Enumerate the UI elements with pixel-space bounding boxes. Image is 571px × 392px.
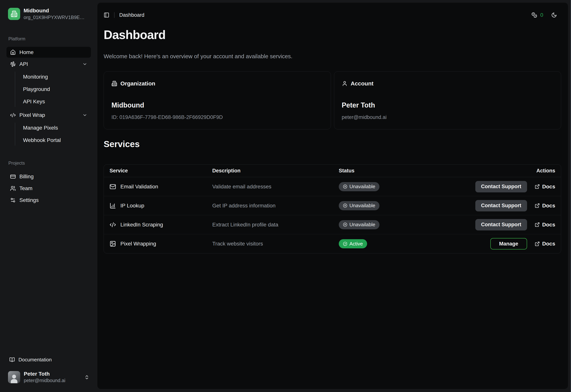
docs-link[interactable]: Docs [535,241,555,247]
chevron-down-icon [82,113,87,117]
circle-x-icon [343,184,347,189]
sidebar-item-api-keys[interactable]: API Keys [23,96,91,107]
sidebar-toggle-button[interactable] [104,12,109,18]
docs-link[interactable]: Docs [535,203,555,209]
sidebar-item-settings[interactable]: Settings [6,195,91,205]
credits-indicator[interactable]: 0 [531,12,543,18]
book-open-icon [9,357,15,363]
col-service: Service [110,168,212,174]
org-id: org_01K9HPYXWRV1B9E9… [24,15,86,20]
org-logo [8,8,20,20]
credit-card-icon [10,174,16,179]
service-name: Pixel Wrapping [120,241,156,247]
summary-cards: Organization Midbound ID: 019A636F-7798-… [104,71,561,130]
building-icon [11,11,17,17]
page-title: Dashboard [104,29,561,41]
sidebar-item-billing[interactable]: Billing [6,171,91,182]
status-badge: Unavailable [339,220,379,229]
service-name: LinkedIn Scraping [120,222,163,228]
building-icon [112,81,117,87]
sidebar-item-documentation[interactable]: Documentation [6,354,91,365]
sidebar-item-label: API [19,61,28,67]
service-description: Track website visitors [212,241,339,247]
main-panel: Dashboard 0 Dashboard Welcome back! Here… [97,3,568,389]
section-label-platform: Platform [6,36,91,42]
service-description: Extract LinkedIn profile data [212,222,339,228]
sidebar-footer: Documentation Peter Toth peter@midbound.… [6,354,91,383]
services-heading: Services [104,139,561,149]
organization-name: Midbound [112,101,323,109]
user-icon [342,81,347,87]
audio-waveform-icon [10,61,16,67]
user-menu[interactable]: Peter Toth peter@midbound.ai [6,371,91,383]
chevrons-up-down-icon [84,375,89,380]
section-label-projects: Projects [6,160,91,166]
table-row: LinkedIn Scraping Extract LinkedIn profi… [104,215,561,234]
sidebar-item-monitoring[interactable]: Monitoring [23,72,91,82]
chart-column-icon [110,203,116,209]
user-email: peter@midbound.ai [24,378,65,383]
circle-check-icon [343,242,347,246]
card-title: Account [351,80,373,87]
manage-button[interactable]: Manage [490,238,527,249]
sidebar-item-pixel-wrap[interactable]: Pixel Wrap [6,110,91,120]
service-name: IP Lookup [120,203,144,209]
sidebar-item-label: Billing [19,174,34,180]
account-name: Peter Toth [342,101,554,109]
circle-x-icon [343,203,347,208]
organization-card: Organization Midbound ID: 019A636F-7798-… [104,71,331,130]
theme-toggle-button[interactable] [551,12,557,18]
sidebar-item-webhook-portal[interactable]: Webhook Portal [23,135,91,145]
table-row: IP Lookup Get IP address information Una… [104,196,561,215]
topbar: Dashboard 0 [104,12,561,18]
contact-support-button[interactable]: Contact Support [475,219,527,231]
credits-count: 0 [540,12,543,18]
account-email: peter@midbound.ai [342,114,554,120]
service-description: Validate email addresses [212,184,339,190]
external-link-icon [535,203,540,208]
col-status: Status [339,168,536,174]
mail-icon [110,183,116,190]
contact-support-button[interactable]: Contact Support [475,200,527,211]
api-subnav: Monitoring Playground API Keys [15,72,91,107]
sidebar-item-label: Pixel Wrap [19,112,45,118]
sidebar-item-api[interactable]: API [6,58,91,70]
chevron-down-icon [82,62,87,67]
code-icon [10,112,16,118]
sidebar-item-label: Home [19,49,34,55]
user-name: Peter Toth [24,371,65,377]
col-actions: Actions [536,168,555,174]
sidebar: Midbound org_01K9HPYXWRV1B9E9… Platform … [0,0,97,392]
docs-link[interactable]: Docs [535,222,555,228]
status-badge: Active [339,239,367,248]
organization-id: ID: 019A636F-7798-ED68-986B-2F66929D0F9D [112,114,323,120]
sidebar-item-home[interactable]: Home [6,47,91,58]
sidebar-item-team[interactable]: Team [6,183,91,194]
docs-link[interactable]: Docs [535,184,555,190]
pixel-wrap-subnav: Manage Pixels Webhook Portal [15,123,91,145]
status-badge: Unavailable [339,201,379,210]
sidebar-item-label: Team [19,185,32,191]
image-icon [110,241,116,247]
sliders-icon [10,197,16,203]
services-table: Service Description Status Actions Email… [104,164,561,253]
avatar [8,371,20,383]
org-name: Midbound [24,8,86,14]
external-link-icon [535,184,540,189]
breadcrumb: Dashboard [119,12,144,18]
account-card: Account Peter Toth peter@midbound.ai [334,71,561,130]
sidebar-item-playground[interactable]: Playground [23,84,91,95]
sidebar-item-manage-pixels[interactable]: Manage Pixels [23,123,91,133]
topbar-actions: 0 [531,12,561,18]
org-switcher[interactable]: Midbound org_01K9HPYXWRV1B9E9… [6,8,91,20]
platform-nav: Home API Monitoring Playground API Keys … [6,47,91,148]
service-name: Email Validation [120,184,158,190]
external-link-icon [535,222,540,227]
contact-support-button[interactable]: Contact Support [475,181,527,192]
moon-icon [551,12,557,18]
card-title: Organization [120,80,155,87]
home-icon [10,49,16,55]
topbar-separator [114,12,114,18]
projects-nav: Billing Team Settings [6,171,91,206]
external-link-icon [535,241,540,247]
